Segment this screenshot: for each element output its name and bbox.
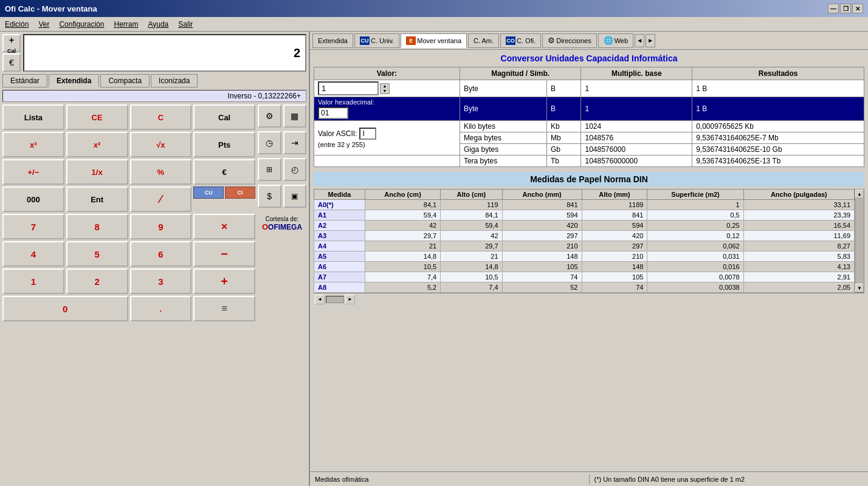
btn-ci-icon[interactable]: CI: [225, 187, 255, 199]
paper-row[interactable]: A85,27,452740,00382,05: [314, 282, 855, 293]
paper-cell-5: 0,5: [647, 210, 743, 221]
btn-dot[interactable]: .: [130, 296, 192, 321]
h-scroll-left-button[interactable]: ◄: [315, 295, 325, 304]
paper-cell-2: 59,4: [441, 221, 502, 231]
btn-9[interactable]: 9: [130, 214, 192, 239]
btn-percent[interactable]: %: [130, 159, 192, 185]
paper-cell-5: 0,0038: [647, 282, 743, 293]
btn-lista[interactable]: Lista: [2, 104, 64, 130]
tab-direcciones[interactable]: ⚙ Direcciones: [542, 33, 596, 48]
btn-ent[interactable]: Ent: [66, 187, 128, 212]
paper-row[interactable]: A24259,44205940,2516,54: [314, 221, 855, 231]
btn-2[interactable]: 2: [66, 269, 128, 294]
tab-web[interactable]: 🌐 Web: [598, 33, 633, 48]
btn-euro-r[interactable]: €: [193, 159, 255, 185]
btn-7[interactable]: 7: [2, 214, 64, 239]
paper-row[interactable]: A0(*)84,11198411189133,11: [314, 200, 855, 210]
conversor-row-tb[interactable]: Tera bytes Tb 1048576000000 9,5367431640…: [314, 156, 864, 167]
menu-configuracion[interactable]: Configuración: [57, 19, 106, 29]
btn-disk-icon[interactable]: ◴: [283, 158, 307, 181]
tab-estandar[interactable]: Estándar: [2, 74, 47, 87]
conversor-value-input[interactable]: [318, 81, 379, 95]
btn-ce[interactable]: CE: [66, 104, 128, 130]
paper-cell-1: 84,1: [365, 200, 440, 210]
menu-salir[interactable]: Salir: [176, 19, 195, 29]
euro-button[interactable]: €: [2, 53, 21, 72]
btn-gear-icon[interactable]: ⚙: [258, 104, 281, 128]
btn-inverse[interactable]: 1/x: [66, 159, 128, 185]
scroll-up-button[interactable]: ▲: [855, 190, 864, 198]
conversor-simbolo-first: B: [546, 80, 581, 97]
scroll-down-button[interactable]: ▼: [855, 284, 864, 292]
menu-ayuda[interactable]: Ayuda: [145, 19, 171, 29]
spin-up-button[interactable]: ▲: [381, 84, 389, 89]
paper-cell-6: 8,27: [743, 241, 854, 252]
paper-cell-6: 2,91: [743, 272, 854, 282]
menu-herram[interactable]: Herram: [111, 19, 140, 29]
btn-6[interactable]: 6: [130, 241, 192, 267]
close-button[interactable]: ✕: [852, 4, 863, 13]
tab-extendida[interactable]: Extendida: [312, 33, 353, 48]
btn-dollar-icon[interactable]: $: [258, 185, 281, 208]
btn-multiply[interactable]: ×: [193, 214, 255, 239]
btn-minus[interactable]: −: [193, 241, 255, 267]
menu-edicion[interactable]: Edición: [2, 19, 31, 29]
btn-cal-right[interactable]: Cal: [193, 104, 255, 130]
ascii-input[interactable]: [359, 128, 376, 140]
btn-8[interactable]: 8: [66, 214, 128, 239]
btn-plusminus[interactable]: +/−: [2, 159, 64, 185]
tab-compacta[interactable]: Compacta: [100, 74, 150, 87]
btn-clock-icon[interactable]: ◷: [258, 131, 281, 154]
paper-row[interactable]: A42129,72102970,0628,27: [314, 241, 855, 252]
tab-c-am[interactable]: C. Am.: [468, 33, 499, 48]
conversor-row-byte[interactable]: Valor hexadecimal: Byte B 1 1 B: [314, 97, 864, 121]
tab-c-ofi[interactable]: CO C. Ofi.: [500, 33, 541, 48]
btn-sqrt[interactable]: √x: [130, 132, 192, 157]
col-multiplic-header: Multiplic. base: [581, 67, 692, 80]
btn-1[interactable]: 1: [2, 269, 64, 294]
btn-cu-icon[interactable]: CU: [193, 187, 224, 199]
tab-mover-ventana[interactable]: E Mover ventana: [401, 33, 467, 48]
menu-ver[interactable]: Ver: [36, 19, 52, 29]
plus-cal-button[interactable]: +Cal: [2, 34, 21, 52]
hex-input[interactable]: [318, 107, 348, 119]
btn-arrow-icon[interactable]: ⇥: [283, 131, 307, 154]
btn-printer-icon[interactable]: ▣: [283, 185, 307, 208]
h-scroll-track[interactable]: [326, 296, 344, 303]
maximize-button[interactable]: ❐: [840, 4, 851, 13]
paper-cell-1: 5,2: [365, 282, 440, 293]
btn-x3[interactable]: x³: [2, 132, 64, 157]
btn-3[interactable]: 3: [130, 269, 192, 294]
conversor-row-kb[interactable]: Valor ASCII: (entre 32 y 255) Kilo bytes…: [314, 121, 864, 132]
paper-cell-2: 42: [441, 231, 502, 241]
scroll-track-v[interactable]: [855, 198, 864, 284]
paper-row[interactable]: A514,8211482100,0315,83: [314, 252, 855, 262]
paper-row[interactable]: A610,514,81051480,0164,13: [314, 262, 855, 272]
spin-down-button[interactable]: ▼: [381, 89, 389, 94]
paper-cell-1: 59,4: [365, 210, 440, 221]
btn-5[interactable]: 5: [66, 241, 128, 267]
btn-equals[interactable]: ≡: [193, 296, 255, 321]
btn-plus[interactable]: +: [193, 269, 255, 294]
btn-x2[interactable]: x²: [66, 132, 128, 157]
tab-iconizada[interactable]: Iconizada: [151, 74, 198, 87]
tab-extendida[interactable]: Extendida: [49, 74, 99, 87]
status-right: (*) Un tamaño DIN A0 tiene una superfici…: [590, 474, 869, 484]
paper-row[interactable]: A329,7422974200,1211,69: [314, 231, 855, 241]
btn-divide[interactable]: ∕: [130, 187, 192, 212]
btn-spreadsheet-icon[interactable]: ⊞: [258, 158, 281, 181]
minimize-button[interactable]: —: [828, 4, 839, 13]
btn-c[interactable]: C: [130, 104, 192, 130]
paper-row[interactable]: A159,484,15948410,523,39: [314, 210, 855, 221]
tab-c-univ[interactable]: CU C. Univ.: [354, 33, 399, 48]
btn-0[interactable]: 0: [2, 296, 128, 321]
tab-prev-button[interactable]: ◄: [635, 34, 644, 47]
btn-4[interactable]: 4: [2, 241, 64, 267]
btn-000[interactable]: 000: [2, 187, 64, 212]
tab-next-button[interactable]: ►: [646, 34, 655, 47]
btn-pts[interactable]: Pts: [193, 132, 255, 157]
btn-table-icon[interactable]: ▦: [283, 104, 307, 128]
paper-cell-3: 594: [502, 210, 582, 221]
h-scroll-right-button[interactable]: ►: [345, 295, 355, 304]
paper-row[interactable]: A77,410,5741050,00782,91: [314, 272, 855, 282]
